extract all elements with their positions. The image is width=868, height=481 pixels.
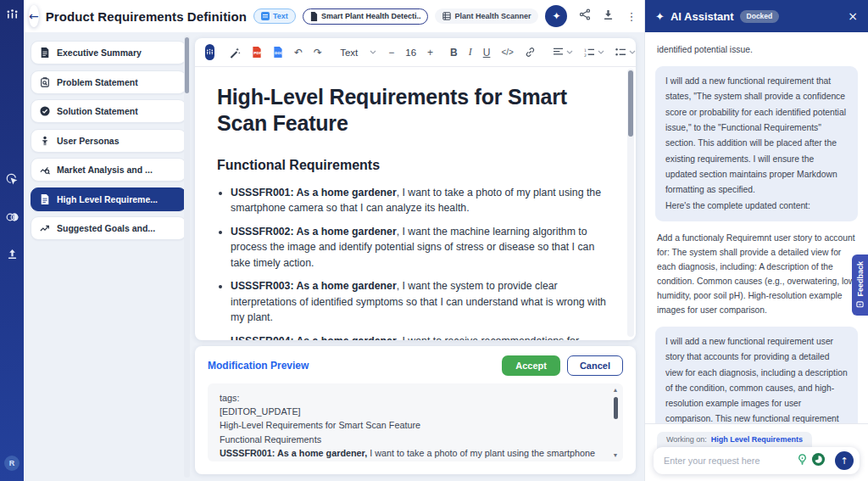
doc-title: High-Level Requirements for Smart Scan F…	[217, 84, 614, 136]
align-select[interactable]	[550, 46, 576, 59]
select-tool-icon[interactable]	[6, 173, 18, 188]
docked-badge[interactable]: Docked	[740, 10, 780, 23]
font-size-increase-button[interactable]: +	[425, 45, 436, 60]
chevron-down-icon	[629, 50, 636, 54]
chevron-down-icon	[370, 50, 376, 54]
magic-wand-icon[interactable]	[226, 45, 243, 60]
redo-icon[interactable]: ↷	[311, 46, 325, 59]
contrast-toggle-icon[interactable]	[6, 210, 19, 226]
user-message: Add a functionaly Requiremnt user story …	[657, 232, 856, 318]
svg-text:PDF: PDF	[253, 51, 261, 55]
editor-column: PDF DOC ↶ ↷ Text −	[190, 32, 644, 481]
link-button[interactable]	[522, 45, 538, 59]
chat-assist-icon[interactable]	[811, 452, 826, 470]
file-icon	[310, 12, 318, 21]
section-sidebar: Executive Summary Problem Statement Solu…	[24, 32, 190, 481]
text-type-icon	[261, 12, 270, 20]
svg-text:2: 2	[584, 53, 587, 57]
content-type-badge[interactable]: Text	[253, 8, 296, 24]
bold-button[interactable]: B	[448, 45, 460, 60]
request-input-container: ↑	[654, 447, 860, 474]
back-button[interactable]: ←	[29, 5, 39, 27]
numbered-list-select[interactable]: 12	[581, 46, 607, 59]
underline-button[interactable]: U	[481, 45, 493, 60]
document-card: PDF DOC ↶ ↷ Text −	[195, 38, 636, 340]
idea-lightbulb-icon[interactable]	[796, 453, 809, 469]
left-rail: R	[0, 0, 24, 481]
modification-preview-panel: Modification Preview Accept Cancel tags:…	[195, 346, 636, 474]
preview-line: High-Level Requirements for Smart Scan F…	[220, 418, 603, 432]
ai-assistant-panel: ✦ AI Assistant Docked × identified poten…	[644, 0, 868, 481]
sidebar-item-market-analysis[interactable]: Market Analysis and ...	[31, 158, 186, 182]
chart-search-icon	[40, 165, 50, 175]
ai-assistant-header: ✦ AI Assistant Docked ×	[645, 0, 868, 32]
undo-icon[interactable]: ↶	[292, 46, 305, 59]
close-icon[interactable]: ×	[848, 10, 858, 22]
requirement-item: USSSFR003: As a home gardener, I want th…	[231, 278, 614, 325]
brand-ai-button[interactable]	[205, 44, 214, 60]
italic-button[interactable]: I	[466, 44, 475, 60]
working-on-chip: Working on: High Level Requirements	[657, 432, 812, 449]
bullet-list-icon	[615, 48, 626, 57]
assistant-message: I will add a new functional requirement …	[655, 66, 858, 221]
accept-button[interactable]: Accept	[502, 355, 560, 376]
sidebar-item-suggested-goals[interactable]: Suggested Goals and...	[31, 216, 186, 240]
user-avatar[interactable]: R	[4, 456, 19, 471]
cancel-button[interactable]: Cancel	[567, 355, 623, 376]
page-title: Product Requirements Definition	[46, 9, 247, 24]
download-icon[interactable]	[603, 8, 614, 24]
bullet-list-select[interactable]	[613, 46, 636, 59]
check-circle-icon	[40, 106, 50, 116]
requirement-item: USSSFR001: As a home gardener, I want to…	[231, 185, 614, 216]
sparkle-icon: ✦	[655, 11, 665, 22]
user-message: identified potential issue.	[657, 43, 856, 58]
svg-text:1: 1	[584, 48, 587, 53]
app-logo-icon	[6, 8, 19, 25]
font-size-decrease-button[interactable]: −	[386, 45, 397, 60]
document-icon	[40, 194, 50, 204]
ai-sparkle-button[interactable]: ✦	[545, 5, 567, 27]
document-icon	[40, 48, 50, 58]
share-icon[interactable]	[579, 8, 591, 24]
preview-line: tags:	[220, 391, 603, 405]
document-scrollbar[interactable]	[627, 69, 634, 337]
main-column: ← Product Requirements Definition Text S…	[24, 0, 644, 481]
app-root: R ← Product Requirements Definition Text…	[0, 0, 868, 481]
request-input[interactable]	[664, 456, 791, 466]
sidebar-item-executive-summary[interactable]: Executive Summary	[31, 41, 186, 64]
chat-history[interactable]: identified potential issue. I will add a…	[645, 32, 868, 423]
sidebar-item-user-personas[interactable]: User Personas	[31, 129, 186, 153]
svg-text:DOC: DOC	[275, 51, 283, 55]
paragraph-style-select[interactable]: Text	[337, 46, 380, 59]
send-button[interactable]: ↑	[835, 451, 854, 470]
content-area: Executive Summary Problem Statement Solu…	[24, 32, 644, 481]
chevron-down-icon	[566, 50, 573, 54]
ordered-list-icon: 12	[584, 48, 595, 57]
export-doc-icon[interactable]: DOC	[270, 45, 286, 59]
feedback-tab[interactable]: Feedback	[852, 254, 868, 316]
kebab-menu-icon[interactable]: ⋮	[626, 11, 637, 22]
sidebar-item-high-level-requirements[interactable]: High Level Requireme...	[31, 187, 186, 211]
modification-preview-title: Modification Preview	[208, 360, 309, 372]
sidebar-item-solution-statement[interactable]: Solution Statement	[31, 99, 186, 123]
working-on-section[interactable]: High Level Requirements	[711, 435, 803, 444]
chevron-down-icon	[598, 50, 604, 54]
code-button[interactable]: </>	[498, 46, 515, 59]
page-header: ← Product Requirements Definition Text S…	[24, 0, 644, 32]
editor-toolbar: PDF DOC ↶ ↷ Text −	[195, 38, 636, 67]
sidebar-scrollbar[interactable]	[184, 36, 190, 478]
document-badge[interactable]: Smart Plant Health Detecti..	[303, 8, 429, 25]
align-left-icon	[553, 48, 564, 57]
clipboard-search-icon	[40, 77, 50, 87]
upload-icon[interactable]	[7, 248, 18, 263]
requirements-list: USSSFR001: As a home gardener, I want to…	[231, 185, 614, 340]
preview-scrollbar[interactable]: ▲▼	[611, 387, 620, 458]
preview-content-box[interactable]: tags: [EDITOR_UPDATE] High-Level Require…	[208, 383, 623, 461]
font-size-value: 16	[405, 48, 416, 58]
document-body[interactable]: High-Level Requirements for Smart Scan F…	[195, 67, 636, 340]
project-badge[interactable]: Plant Health Scanner	[435, 8, 538, 24]
export-pdf-icon[interactable]: PDF	[249, 45, 264, 59]
trend-up-icon	[40, 223, 50, 233]
preview-line: USSSFR001: As a home gardener, I want to…	[220, 446, 603, 461]
sidebar-item-problem-statement[interactable]: Problem Statement	[31, 70, 186, 94]
